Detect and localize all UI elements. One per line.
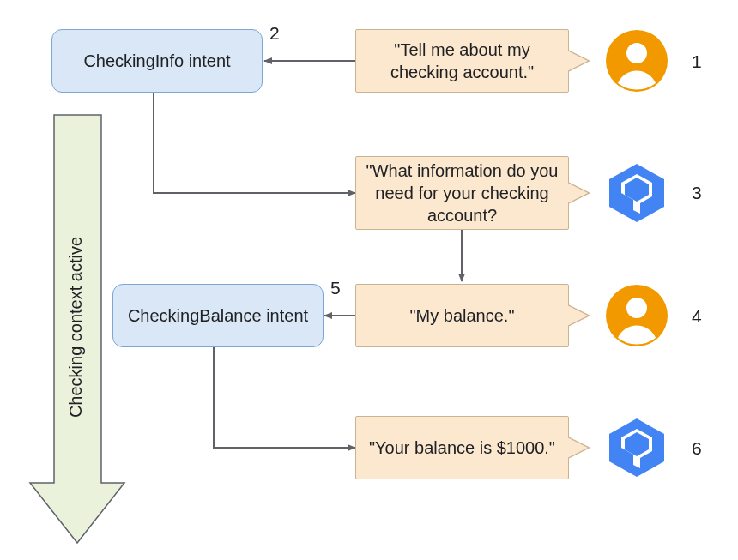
speech-box-response1: "What information do you need for your c… (355, 156, 569, 230)
svg-point-1 (626, 43, 647, 63)
speech-box-response1-text: "What information do you need for your c… (365, 160, 560, 226)
intent-box-checkingbalance: CheckingBalance intent (112, 284, 324, 347)
intent-box-checkinginfo: CheckingInfo intent (51, 29, 263, 93)
speech-tail (567, 305, 588, 326)
speech-box-response2: "Your balance is $1000." (355, 416, 569, 479)
speech-tail (567, 51, 588, 71)
user-avatar-icon (606, 30, 668, 95)
step-label-3: 3 (692, 183, 702, 203)
svg-marker-6 (609, 418, 664, 477)
user-avatar-icon (606, 285, 668, 350)
step-label-5: 5 (330, 278, 341, 298)
diagram-canvas: Checking context active CheckingInfo int… (0, 0, 738, 560)
arrow-intent1-to-response1 (154, 93, 355, 193)
step-label-6: 6 (692, 438, 702, 459)
step-label-1: 1 (692, 51, 702, 72)
speech-tail (567, 183, 588, 203)
context-active-label: Checking context active (66, 237, 86, 418)
intent-box-checkinginfo-label: CheckingInfo intent (83, 50, 230, 72)
speech-tail (567, 437, 588, 458)
step-label-4: 4 (692, 306, 702, 327)
svg-point-5 (626, 298, 647, 318)
dialogflow-agent-icon (606, 162, 668, 227)
speech-box-response2-text: "Your balance is $1000." (369, 437, 555, 459)
speech-box-utterance1-text: "Tell me about my checking account." (365, 39, 560, 83)
speech-box-utterance2-text: "My balance." (409, 304, 514, 327)
intent-box-checkingbalance-label: CheckingBalance intent (128, 304, 308, 327)
dialogflow-agent-icon (606, 417, 668, 482)
svg-marker-2 (609, 164, 664, 222)
arrow-intent2-to-response2 (214, 347, 355, 448)
speech-box-utterance1: "Tell me about my checking account." (355, 29, 569, 93)
speech-box-utterance2: "My balance." (355, 284, 569, 347)
step-label-2: 2 (269, 23, 280, 44)
